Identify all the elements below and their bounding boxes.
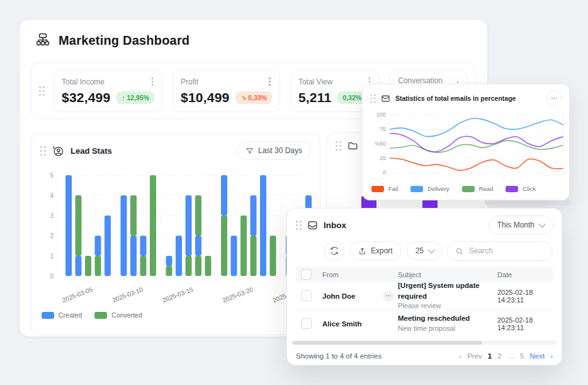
search-icon [455,247,463,255]
next-button[interactable]: Next [530,352,545,360]
stat-card: Profit$10,499↘ 0,33% [172,69,280,112]
legend-item: Click [506,185,536,192]
column-header: Subject [398,271,497,279]
row-checkbox[interactable] [301,290,312,301]
funnel-icon [246,147,254,155]
period-select-button[interactable]: This Month [489,215,553,234]
prev-arrow[interactable]: ‹ [459,352,461,360]
lead-filter-button[interactable]: Last 30 Days [237,141,311,160]
bar-segment [76,256,82,276]
column-header: From [322,271,398,279]
bar-segment [195,195,201,236]
stat-label: Total Income [62,78,105,86]
stat-value-row: 5,2110,32% ↑ [298,90,371,105]
search-input[interactable] [468,246,545,256]
row-checkbox[interactable] [301,318,312,329]
bar-segment [251,236,257,276]
x-axis-label: 2025-03-15 [162,285,195,304]
row-menu-button[interactable] [383,290,394,302]
email-stats-header: Statistics of total emails in percentage [363,84,569,107]
bar-segment [205,256,212,276]
bar-segment [130,195,137,236]
table-row[interactable]: John Doe[Urgent] System update requiredP… [296,282,553,310]
subject-cell: [Urgent] System update requiredPlease re… [398,280,497,311]
legend-item: Created [42,311,82,319]
svg-text:100: 100 [376,112,386,118]
drag-handle-icon[interactable] [39,86,45,96]
stat-value: $10,499 [181,90,229,105]
stat-badge: ↘ 0,33% [235,91,272,104]
legend-item: Converted [94,311,142,319]
page-number[interactable]: 2 [497,352,501,360]
select-all-checkbox[interactable] [301,269,312,280]
kebab-menu-icon[interactable] [150,76,155,87]
subject-text: Meeting rescheduled [398,313,497,324]
legend-swatch [410,186,423,192]
from-cell: John Doe [322,290,398,302]
folder-icon [348,141,358,151]
period-select-value: This Month [497,221,534,229]
legend-label: Delivery [427,185,449,192]
stat-card-top: Profit [181,76,272,87]
svg-text:5: 5 [50,172,54,179]
date-cell: 2025-02-18 14:23:11 [497,289,553,304]
inbox-card: Inbox This Month Export [286,208,562,365]
lead-stats-header: $ Lead Stats Last 30 Days [31,134,320,168]
bar-segment [186,256,192,276]
page-number[interactable]: 1 [488,352,492,360]
svg-text:$: $ [53,145,55,149]
subject-preview: New time proposal [398,324,497,334]
column-header: Date [497,271,553,279]
inbox-footer: Showing 1 to 4 of 4 entries ‹Prev12…5Nex… [287,345,562,360]
bar-segment [166,256,172,266]
page-size-select[interactable]: 25 [407,241,442,260]
upload-icon [358,247,366,255]
table-row[interactable]: Alice SmithMeeting rescheduledNew time p… [296,310,553,337]
subject-cell: Meeting rescheduledNew time proposal [398,313,497,334]
entries-summary: Showing 1 to 4 of 4 entries [296,352,382,360]
email-stats-title: Statistics of total emails in percentage [395,95,541,102]
stat-value-row: $32,499↑ 12,95% [62,90,154,105]
refresh-button[interactable] [324,241,344,261]
row-select-cell [296,290,322,301]
kebab-menu-icon[interactable] [268,76,272,87]
stat-label: Total View [298,78,332,86]
inbox-title: Inbox [324,221,483,230]
bar-segment [140,256,147,276]
bar-segment [221,175,227,215]
horizontal-scrollbar [292,341,557,345]
next-arrow[interactable]: › [550,352,553,360]
scrollbar-thumb[interactable] [292,341,482,345]
stat-badge: ↑ 12,95% [116,91,154,104]
stat-value-row: $10,499↘ 0,33% [181,90,272,105]
drag-handle-icon[interactable] [40,146,46,156]
stat-card-top: Total View [298,76,371,87]
ellipsis-menu-button[interactable] [546,91,562,106]
drag-handle-icon[interactable] [336,141,341,151]
search-box [447,241,553,261]
svg-text:1: 1 [50,253,54,260]
lead-user-icon: $ [52,145,64,157]
export-label: Export [371,246,393,255]
page-number[interactable]: 5 [520,352,524,360]
drag-handle-icon[interactable] [296,221,302,230]
legend-swatch [371,186,384,192]
page-header: Marketing Dashboard [20,20,487,49]
prev-button[interactable]: Prev [467,352,482,360]
svg-text:25: 25 [380,155,386,161]
bar-segment [150,175,156,276]
x-axis-label: 2025-03-20 [222,285,254,304]
bar-segment [251,195,257,236]
drag-handle-icon[interactable] [370,94,375,103]
svg-text:0: 0 [383,170,386,176]
legend-label: Converted [111,311,142,319]
legend-label: Click [523,185,536,192]
lead-stats-card: $ Lead Stats Last 30 Days 0123452025-03-… [31,133,320,335]
stat-value: 5,211 [298,90,331,105]
export-button[interactable]: Export [349,241,402,260]
page-ellipsis: … [507,352,515,360]
svg-text:75: 75 [380,126,386,132]
from-cell: Alice Smith [322,320,398,328]
email-stats-card: Statistics of total emails in percentage… [362,84,570,200]
row-select-cell [296,318,322,329]
